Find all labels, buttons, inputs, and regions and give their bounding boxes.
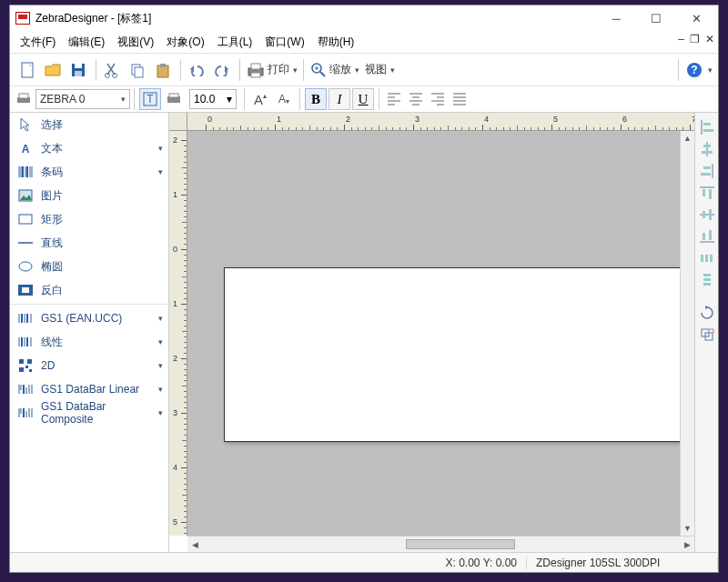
barcode-icon [17,335,34,349]
menu-help[interactable]: 帮助(H) [311,33,361,52]
svg-rect-68 [703,123,711,125]
tool-barcode[interactable]: 条码▾ [10,160,168,184]
scroll-left-icon[interactable]: ◀ [187,537,202,552]
format-toolbar: ZEBRA 0 ▾ T 10.0 ▾ A▴ A▾ B I U [10,85,718,113]
align-center-button[interactable] [406,89,426,109]
minimize-button[interactable]: ─ [596,6,636,30]
svg-rect-78 [709,189,712,199]
rotate-button[interactable] [698,304,716,322]
window-controls: ─ ☐ ✕ [596,6,716,30]
label-page[interactable] [224,267,688,442]
canvas[interactable]: ▲ ▼ [187,131,694,536]
font-size-combo[interactable]: 10.0 ▾ [189,89,237,109]
align-bottom-edges[interactable] [698,227,716,246]
menu-file[interactable]: 文件(F) [14,33,62,52]
svg-rect-53 [25,366,28,368]
help-button[interactable]: ? [682,58,706,82]
group-linear[interactable]: 线性▾ [10,330,168,354]
svg-rect-11 [251,64,260,69]
printer-font-toggle[interactable] [163,88,185,110]
align-right-button[interactable] [428,89,448,109]
scroll-right-icon[interactable]: ▶ [680,537,694,552]
vertical-scrollbar[interactable]: ▲ ▼ [680,131,694,536]
scroll-up-icon[interactable]: ▲ [681,131,694,146]
menu-object[interactable]: 对象(O) [160,33,210,52]
new-button[interactable] [15,58,39,82]
mdi-restore[interactable]: ❐ [690,33,700,45]
redo-button[interactable] [210,58,234,82]
mdi-minimize[interactable]: – [678,33,684,45]
scroll-down-icon[interactable]: ▼ [681,521,694,536]
align-middle-h[interactable] [698,206,716,224]
titlebar: ZebraDesigner - [标签1] ─ ☐ ✕ [10,5,718,31]
increase-font-button[interactable]: A▴ [249,88,271,110]
copy-button[interactable] [126,58,149,82]
undo-button[interactable] [185,58,208,82]
help-chevron-icon[interactable]: ▾ [708,65,713,75]
chevron-down-icon: ▾ [158,314,163,323]
window-title: ZebraDesigner - [标签1] [35,11,596,26]
align-top-edges[interactable] [698,184,716,202]
horizontal-scrollbar[interactable]: ◀ ▶ [187,536,694,552]
zoom-dropdown[interactable]: 缩放 ▾ [308,58,361,82]
tool-invert[interactable]: 反白 [10,278,168,302]
printer-combo[interactable]: ZEBRA 0 ▾ [35,89,130,109]
align-left-button[interactable] [384,89,404,109]
chevron-down-icon: ▾ [158,361,163,370]
italic-button[interactable]: I [329,88,350,110]
svg-rect-12 [251,73,260,77]
open-button[interactable] [41,58,65,82]
vertical-ruler[interactable]: 21012345 [169,131,187,536]
cut-button[interactable] [100,58,124,82]
tool-text[interactable]: A文本▾ [10,136,168,160]
svg-rect-90 [703,283,711,286]
svg-rect-80 [703,211,705,218]
chevron-down-icon: ▾ [390,65,395,75]
tool-image[interactable]: 图片 [10,184,168,207]
close-button[interactable]: ✕ [676,6,716,30]
print-dropdown[interactable]: 打印 ▾ [244,58,299,82]
view-dropdown[interactable]: 视图 ▾ [361,58,397,82]
tool-line[interactable]: 直线 [10,231,168,255]
tool-select[interactable]: 选择 [10,113,168,136]
maximize-button[interactable]: ☐ [636,6,676,30]
zoom-icon [309,61,328,79]
align-center-v[interactable] [698,140,716,158]
group-databar-composite[interactable]: GS1 DataBar Composite▾ [10,401,168,425]
mdi-close[interactable]: ✕ [705,33,714,45]
svg-rect-39 [22,287,29,293]
underline-button[interactable]: U [352,88,374,110]
tool-rect[interactable]: 矩形 [10,207,168,231]
decrease-font-button[interactable]: A▾ [273,88,295,110]
statusbar: X: 0.00 Y: 0.00 ZDesigner 105SL 300DPI [10,552,718,572]
distribute-h[interactable] [698,249,716,267]
svg-rect-2 [75,64,82,68]
menu-edit[interactable]: 编辑(E) [62,33,111,52]
menu-tools[interactable]: 工具(L) [211,33,259,52]
svg-rect-83 [703,233,705,240]
menu-view[interactable]: 视图(V) [111,33,160,52]
group-button[interactable] [698,326,716,344]
main-toolbar: 打印 ▾ 缩放 ▾ 视图 ▾ ? ▾ [10,53,718,85]
svg-line-14 [320,72,325,76]
group-2d[interactable]: 2D▾ [10,354,168,377]
menubar: 文件(F) 编辑(E) 视图(V) 对象(O) 工具(L) 窗口(W) 帮助(H… [10,31,718,53]
cursor-icon [17,117,34,132]
paste-button[interactable] [151,58,175,82]
system-font-toggle[interactable]: T [139,88,161,110]
align-justify-button[interactable] [450,89,470,109]
scroll-thumb[interactable] [406,539,515,549]
svg-rect-85 [701,255,703,262]
group-gs1[interactable]: GS1 (EAN.UCC)▾ [10,306,168,330]
align-left-edges[interactable] [698,118,716,136]
group-databar-linear[interactable]: GS1 DataBar Linear▾ [10,377,168,401]
tool-ellipse[interactable]: 椭圆 [10,255,168,278]
svg-rect-81 [709,209,712,220]
align-right-edges[interactable] [698,162,716,180]
distribute-v[interactable] [698,271,716,289]
bold-button[interactable]: B [305,88,327,110]
printer-icon [246,61,266,79]
horizontal-ruler[interactable]: 012345678 [187,113,694,131]
save-button[interactable] [66,58,90,82]
menu-window[interactable]: 窗口(W) [258,33,310,52]
